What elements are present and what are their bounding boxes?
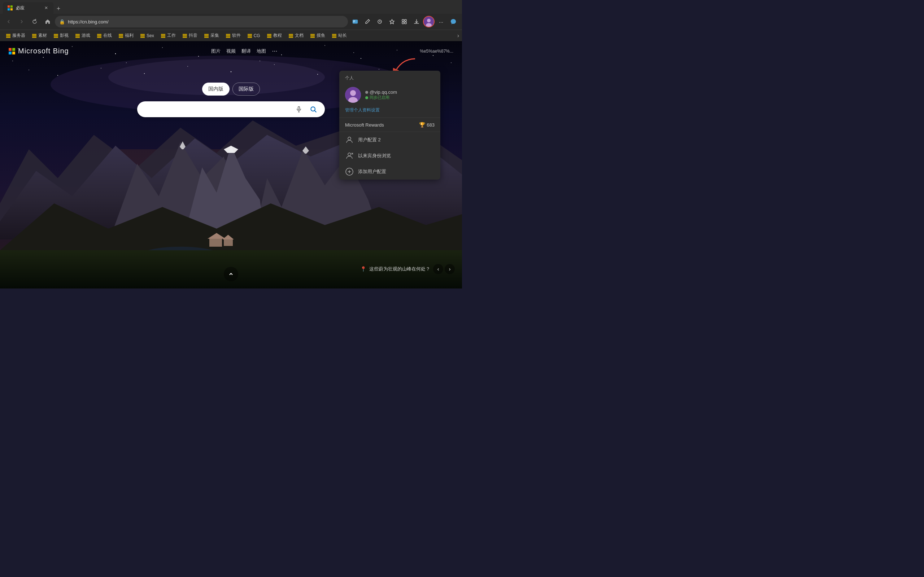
- location-icon: 📍: [360, 266, 366, 272]
- edit-button[interactable]: [362, 16, 373, 27]
- nav-more-button[interactable]: ···: [272, 47, 277, 55]
- bookmark-站长[interactable]: 站长: [329, 31, 350, 40]
- microsoft-logo-icon: [9, 48, 15, 55]
- bookmark-label: 采集: [210, 32, 219, 39]
- bookmark-label: 抖音: [189, 32, 197, 39]
- user-profile-icon: [345, 135, 354, 144]
- bing-bottom-info: 📍 这些蔚为壮观的山峰在何处？ ‹ ›: [360, 264, 455, 274]
- add-profile-item[interactable]: 添加用户配置: [339, 164, 440, 180]
- bookmarks-more-button[interactable]: ›: [457, 32, 459, 39]
- nav-item-maps[interactable]: 地图: [257, 48, 266, 55]
- rewards-points-value: 683: [426, 122, 435, 128]
- downloads-button[interactable]: [411, 16, 422, 27]
- international-toggle-button[interactable]: 国际版: [233, 82, 260, 95]
- svg-point-64: [311, 107, 315, 111]
- back-button: [3, 16, 15, 27]
- bookmark-采集[interactable]: 采集: [201, 31, 222, 40]
- copilot-button[interactable]: [349, 16, 361, 27]
- bookmark-影视[interactable]: 影视: [50, 31, 71, 40]
- svg-rect-2: [8, 8, 10, 10]
- bookmark-文档[interactable]: 文档: [286, 31, 307, 40]
- home-button[interactable]: [42, 16, 53, 27]
- bookmark-label: 影视: [60, 32, 69, 39]
- bookmark-摸鱼[interactable]: 摸鱼: [307, 31, 328, 40]
- profile-button[interactable]: [423, 16, 435, 27]
- bookmark-软件[interactable]: 软件: [223, 31, 244, 40]
- bookmark-label: 站长: [338, 32, 347, 39]
- svg-point-67: [350, 90, 356, 96]
- trophy-icon: 🏆: [419, 122, 425, 128]
- tab-bar: 必应 ✕ +: [0, 0, 462, 14]
- bookmark-福利[interactable]: 福利: [115, 31, 136, 40]
- bing-nav: 图片 视频 翻译 地图 ···: [211, 47, 277, 55]
- svg-rect-4: [353, 20, 358, 24]
- address-text: https://cn.bing.com/: [68, 19, 344, 24]
- bookmark-教程[interactable]: 教程: [264, 31, 285, 40]
- bookmark-抖音[interactable]: 抖音: [179, 31, 200, 40]
- tab-title: 必应: [16, 5, 40, 11]
- manage-profile-link[interactable]: 管理个人资料设置: [339, 106, 440, 118]
- toolbar-actions: ···: [349, 16, 459, 27]
- profile-dropdown: 个人 @vip.qq.com 同步已启用 管理个人资料设置: [339, 71, 440, 180]
- extensions-refresh-button[interactable]: [374, 16, 386, 27]
- bookmark-工作[interactable]: 工作: [158, 31, 179, 40]
- nav-item-images[interactable]: 图片: [211, 48, 221, 55]
- bookmarks-bar: 服务器 素材 影视 游戏 在线 福利 Sex 工作: [0, 29, 462, 41]
- rewards-section: Microsoft Rewards 🏆 683: [339, 118, 440, 132]
- bookmark-素材[interactable]: 素材: [29, 31, 50, 40]
- more-options-button[interactable]: ···: [435, 16, 447, 27]
- bookmark-cg[interactable]: CG: [244, 31, 263, 40]
- account-email: @vip.qq.com: [370, 89, 397, 95]
- collections-button[interactable]: [399, 16, 410, 27]
- user-profile-2-label: 用户配置 2: [358, 137, 381, 143]
- guest-browse-item[interactable]: 以来宾身份浏览: [339, 148, 440, 164]
- location-caption-text: 这些蔚为壮观的山峰在何处？: [369, 266, 430, 272]
- bookmark-label: 素材: [38, 32, 47, 39]
- user-profile-2-item[interactable]: 用户配置 2: [339, 132, 440, 148]
- content-area: Microsoft Bing 图片 视频 翻译 地图 ··· %e5%ae%87…: [0, 41, 462, 288]
- favorites-button[interactable]: [386, 16, 398, 27]
- scroll-up-button[interactable]: [224, 267, 238, 281]
- search-input[interactable]: [143, 106, 290, 113]
- search-box[interactable]: [137, 102, 325, 117]
- svg-marker-8: [390, 19, 394, 24]
- svg-rect-6: [353, 22, 355, 22]
- bookmark-游戏[interactable]: 游戏: [72, 31, 93, 40]
- bookmark-在线[interactable]: 在线: [94, 31, 115, 40]
- browser-window: 必应 ✕ + 🔒 https://cn.bing.com/: [0, 0, 462, 288]
- refresh-button[interactable]: [29, 16, 40, 27]
- guest-browse-label: 以来宾身份浏览: [358, 153, 391, 159]
- svg-line-65: [315, 111, 317, 113]
- svg-rect-12: [405, 22, 406, 24]
- new-tab-button[interactable]: +: [53, 3, 63, 14]
- nav-item-videos[interactable]: 视频: [226, 48, 236, 55]
- bookmark-label: 工作: [167, 32, 176, 39]
- sync-dot-icon: [365, 96, 368, 99]
- lock-icon: 🔒: [59, 19, 65, 24]
- svg-rect-1: [10, 5, 13, 8]
- prev-slide-button[interactable]: ‹: [433, 264, 443, 274]
- svg-point-14: [427, 19, 431, 23]
- svg-rect-63: [298, 107, 300, 110]
- bing-logo-text: Microsoft Bing: [18, 47, 69, 55]
- domestic-toggle-button[interactable]: 国内版: [202, 82, 229, 95]
- bookmark-sex[interactable]: Sex: [137, 31, 157, 40]
- svg-rect-3: [10, 8, 13, 10]
- bookmark-label: Sex: [147, 33, 154, 38]
- forward-button: [16, 16, 27, 27]
- bookmark-label: 在线: [103, 32, 112, 39]
- next-slide-button[interactable]: ›: [445, 264, 455, 274]
- bookmark-服务器[interactable]: 服务器: [3, 31, 28, 40]
- bookmark-label: CG: [254, 33, 260, 38]
- tab-close-button[interactable]: ✕: [43, 5, 49, 11]
- search-area: 国内版 国际版: [137, 82, 325, 117]
- navigation-bar: 🔒 https://cn.bing.com/: [0, 14, 462, 29]
- bing-chat-button[interactable]: [447, 16, 459, 27]
- voice-search-button[interactable]: [293, 103, 305, 115]
- bookmark-label: 服务器: [12, 32, 25, 39]
- profile-avatar: [424, 16, 434, 27]
- nav-item-translate[interactable]: 翻译: [241, 48, 251, 55]
- search-submit-button[interactable]: [307, 103, 319, 115]
- address-bar[interactable]: 🔒 https://cn.bing.com/: [55, 16, 348, 27]
- active-tab[interactable]: 必应 ✕: [3, 2, 53, 14]
